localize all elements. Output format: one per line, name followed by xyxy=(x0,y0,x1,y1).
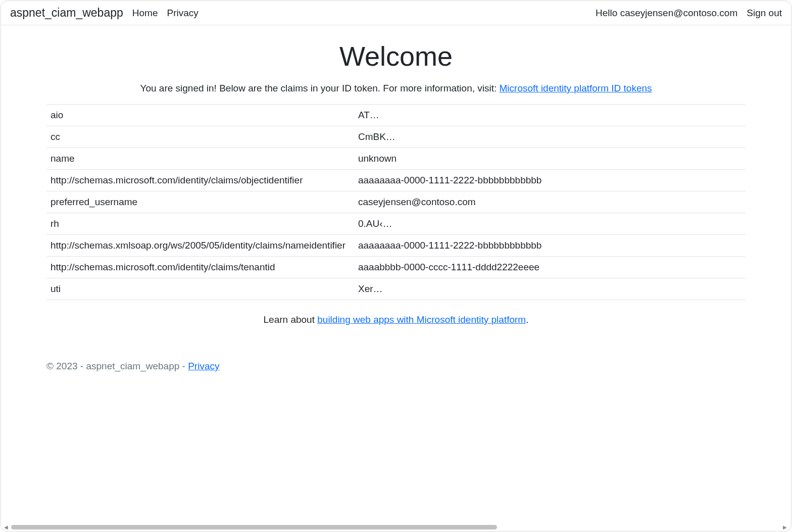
claim-key: name xyxy=(46,148,354,170)
nav-right: Hello caseyjensen@contoso.com Sign out xyxy=(596,8,782,19)
intro-text-static: You are signed in! Below are the claims … xyxy=(140,83,499,93)
footer-copyright: © 2023 - aspnet_ciam_webapp - xyxy=(46,361,188,371)
claim-key: aio xyxy=(46,105,354,126)
nav-privacy-link[interactable]: Privacy xyxy=(167,8,198,19)
brand-link[interactable]: aspnet_ciam_webapp xyxy=(10,6,123,20)
signout-link[interactable]: Sign out xyxy=(747,8,782,19)
footer: © 2023 - aspnet_ciam_webapp - Privacy xyxy=(1,356,791,377)
scrollbar-left-arrow-icon[interactable]: ◀ xyxy=(4,525,9,530)
learn-text: Learn about building web apps with Micro… xyxy=(46,314,746,325)
main-content: Welcome You are signed in! Below are the… xyxy=(1,25,791,356)
scrollbar-thumb[interactable] xyxy=(11,525,497,529)
table-row: http://schemas.xmlsoap.org/ws/2005/05/id… xyxy=(46,235,746,257)
claims-table-body: aioAT…ccCmBK…nameunknownhttp://schemas.m… xyxy=(46,105,746,300)
table-row: preferred_usernamecaseyjensen@contoso.co… xyxy=(46,191,746,213)
claim-value: Xer… xyxy=(354,278,746,300)
nav-home-link[interactable]: Home xyxy=(132,8,158,19)
claim-key: cc xyxy=(46,126,354,148)
horizontal-scrollbar[interactable]: ◀ ▶ xyxy=(4,525,788,529)
scrollbar-right-arrow-icon[interactable]: ▶ xyxy=(783,525,788,530)
learn-prefix: Learn about xyxy=(264,314,318,325)
claim-value: aaaabbbb-0000-cccc-1111-dddd2222eeee xyxy=(354,257,746,278)
claims-table: aioAT…ccCmBK…nameunknownhttp://schemas.m… xyxy=(46,104,746,300)
table-row: http://schemas.microsoft.com/identity/cl… xyxy=(46,170,746,191)
claim-value: AT… xyxy=(354,105,746,126)
table-row: ccCmBK… xyxy=(46,126,746,148)
claim-key: uti xyxy=(46,278,354,300)
claim-value: aaaaaaaa-0000-1111-2222-bbbbbbbbbbbb xyxy=(354,235,746,257)
claim-value: caseyjensen@contoso.com xyxy=(354,191,746,213)
id-tokens-link[interactable]: Microsoft identity platform ID tokens xyxy=(500,83,652,93)
claim-value: unknown xyxy=(354,148,746,170)
claim-value: aaaaaaaa-0000-1111-2222-bbbbbbbbbbbb xyxy=(354,170,746,191)
learn-suffix: . xyxy=(526,314,528,325)
claim-key: http://schemas.xmlsoap.org/ws/2005/05/id… xyxy=(46,235,354,257)
table-row: aioAT… xyxy=(46,105,746,126)
claim-value: CmBK… xyxy=(354,126,746,148)
claim-key: rh xyxy=(46,213,354,235)
footer-privacy-link[interactable]: Privacy xyxy=(188,361,219,371)
claim-key: http://schemas.microsoft.com/identity/cl… xyxy=(46,257,354,278)
claim-key: http://schemas.microsoft.com/identity/cl… xyxy=(46,170,354,191)
browser-viewport: aspnet_ciam_webapp Home Privacy Hello ca… xyxy=(1,1,791,531)
table-row: http://schemas.microsoft.com/identity/cl… xyxy=(46,257,746,278)
navbar: aspnet_ciam_webapp Home Privacy Hello ca… xyxy=(1,1,791,25)
table-row: utiXer… xyxy=(46,278,746,300)
table-row: rh0.AU‹… xyxy=(46,213,746,235)
claim-value: 0.AU‹… xyxy=(354,213,746,235)
claim-key: preferred_username xyxy=(46,191,354,213)
intro-text: You are signed in! Below are the claims … xyxy=(46,83,746,94)
learn-link[interactable]: building web apps with Microsoft identit… xyxy=(317,314,526,325)
page-title: Welcome xyxy=(46,40,746,72)
table-row: nameunknown xyxy=(46,148,746,170)
hello-user-text: Hello caseyjensen@contoso.com xyxy=(596,8,737,19)
